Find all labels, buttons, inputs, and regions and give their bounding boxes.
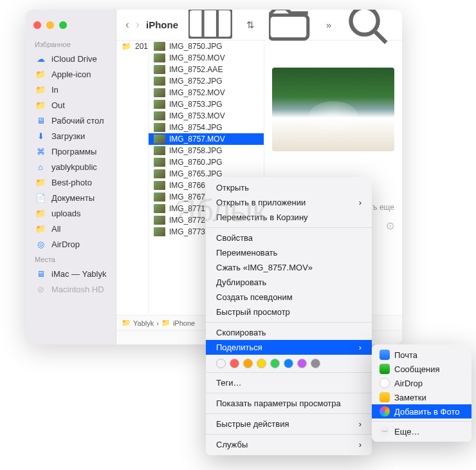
sidebar-item[interactable]: 📁 All — [26, 221, 116, 236]
tag-color[interactable] — [257, 359, 266, 368]
file-name: IMG_8753.MOV — [169, 111, 225, 120]
sidebar-item[interactable]: 🖥 Рабочий стол — [26, 113, 116, 128]
file-row[interactable]: IMG_8752.MOV — [149, 87, 264, 99]
file-row[interactable]: IMG_8752.AAE — [149, 64, 264, 75]
file-name: IMG_8752.JPG — [169, 77, 223, 86]
menu-item[interactable]: Переместить в Корзину — [206, 210, 372, 225]
close-button[interactable] — [33, 21, 41, 29]
menu-item-label: Скопировать — [216, 328, 266, 337]
path-segment[interactable]: Yablyk — [133, 319, 154, 327]
minimize-button[interactable] — [46, 21, 54, 29]
sidebar-item[interactable]: ⌂ yablykpublic — [26, 159, 116, 174]
menu-item[interactable]: Свойства — [206, 230, 372, 245]
forward-button[interactable]: › — [136, 18, 140, 32]
menu-item-label: Открыть в приложении — [216, 198, 306, 207]
menu-separator — [206, 372, 372, 373]
file-thumb-icon — [154, 53, 165, 62]
file-row[interactable]: IMG_8757.MOV — [149, 133, 264, 145]
chevron-right-icon: › — [359, 198, 362, 207]
menu-item[interactable]: Сжать «IMG_8757.MOV» — [206, 260, 372, 275]
file-name: IMG_8750.JPG — [169, 42, 223, 51]
file-row[interactable]: IMG_8758.JPG — [149, 145, 264, 156]
file-name: IMG_8752.AAE — [169, 65, 223, 74]
sidebar-section-header: Избранное — [26, 37, 116, 51]
cloud-icon: ☁︎ — [35, 53, 46, 64]
back-button[interactable]: ‹ — [125, 18, 129, 32]
file-thumb-icon — [154, 158, 165, 167]
menu-separator — [206, 434, 372, 435]
menu-item[interactable]: Открыть — [206, 180, 372, 195]
file-row[interactable]: IMG_8753.JPG — [149, 99, 264, 110]
group-icon[interactable] — [265, 10, 316, 44]
toolbar: ‹ › iPhone ⇅ » — [116, 10, 402, 41]
more-icon[interactable]: » — [322, 18, 335, 32]
menu-item[interactable]: Показать параметры просмотра — [206, 396, 372, 411]
file-row[interactable]: IMG_8750.JPG — [149, 41, 264, 52]
file-row[interactable]: IMG_8750.MOV — [149, 52, 264, 64]
menu-separator — [372, 421, 471, 422]
tag-color[interactable] — [230, 359, 239, 368]
sidebar-item[interactable]: ◎ AirDrop — [26, 236, 116, 252]
sidebar-item-label: Загрузки — [51, 131, 85, 141]
sidebar-item[interactable]: 📄 Документы — [26, 190, 116, 205]
submenu-item-label: AirDrop — [394, 379, 423, 388]
svg-rect-0 — [188, 10, 232, 39]
file-thumb-icon — [154, 65, 165, 74]
chevron-right-icon: › — [156, 319, 159, 327]
submenu-item[interactable]: Почта — [372, 348, 471, 362]
menu-item[interactable]: Создать псевдоним — [206, 290, 372, 305]
submenu-item[interactable]: AirDrop — [372, 376, 471, 390]
file-row[interactable]: IMG_8754.JPG — [149, 122, 264, 133]
submenu-item[interactable]: Заметки — [372, 390, 471, 404]
folder-icon: 📁 — [35, 68, 46, 80]
submenu-item[interactable]: Сообщения — [372, 362, 471, 376]
folder-icon: 📁 — [35, 84, 46, 95]
tag-color[interactable] — [284, 359, 293, 368]
sidebar-item[interactable]: ☁︎ iCloud Drive — [26, 51, 116, 66]
file-name: IMG_8753.JPG — [169, 100, 223, 109]
tag-color[interactable] — [297, 359, 307, 368]
sidebar-item[interactable]: 📁 Best-photo — [26, 174, 116, 190]
file-row[interactable]: IMG_8760.JPG — [149, 156, 264, 168]
sidebar-item[interactable]: 📁 In — [26, 82, 116, 97]
sidebar-item[interactable]: 📁 Apple-icon — [26, 66, 116, 82]
tag-color[interactable] — [216, 359, 226, 368]
sidebar-item[interactable]: ⬇︎ Загрузки — [26, 128, 116, 144]
sidebar-item[interactable]: ⊘ Macintosh HD — [26, 281, 116, 297]
menu-separator — [206, 413, 372, 414]
sidebar-item[interactable]: 📁 Out — [26, 97, 116, 113]
folder-icon: 📁 — [161, 319, 170, 327]
menu-item[interactable]: Быстрый просмотр — [206, 305, 372, 319]
tag-color[interactable] — [270, 359, 280, 368]
zoom-button[interactable] — [59, 21, 67, 29]
tag-color[interactable] — [311, 359, 320, 368]
folder-icon: 📁 — [35, 223, 46, 234]
sidebar-item[interactable]: ⌘ Программы — [26, 144, 116, 159]
sort-icon[interactable]: ⇅ — [243, 18, 259, 32]
sidebar-item[interactable]: 📁 uploads — [26, 205, 116, 221]
path-segment[interactable]: iPhone — [173, 319, 195, 327]
sidebar-item[interactable]: 🖥 iMac — Yablyk — [26, 266, 116, 281]
menu-item[interactable]: Службы › — [206, 437, 372, 452]
submenu-item[interactable]: ··· Еще… — [372, 424, 471, 438]
menu-item[interactable]: Теги… — [206, 375, 372, 390]
menu-item[interactable]: Быстрые действия › — [206, 417, 372, 431]
file-thumb-icon — [154, 216, 165, 225]
file-name: IMG_8758.JPG — [169, 146, 223, 155]
menu-item[interactable]: Скопировать — [206, 325, 372, 340]
view-columns-icon[interactable] — [185, 10, 236, 42]
sidebar: Избранное ☁︎ iCloud Drive 📁 Apple-icon 📁… — [26, 10, 116, 344]
menu-item[interactable]: Открыть в приложении › — [206, 195, 372, 210]
menu-item-label: Поделиться — [216, 343, 262, 352]
file-row[interactable]: IMG_8752.JPG — [149, 75, 264, 87]
submenu-item[interactable]: Добавить в Фото — [372, 404, 471, 418]
menu-item[interactable]: Дублировать — [206, 275, 372, 290]
folder-row[interactable]: 📁2019 — [116, 41, 148, 52]
tag-color[interactable] — [243, 359, 253, 368]
file-row[interactable]: IMG_8753.MOV — [149, 110, 264, 122]
file-name: IMG_8757.MOV — [169, 135, 225, 144]
file-thumb-icon — [154, 100, 165, 109]
note-icon — [380, 392, 390, 402]
menu-item[interactable]: Поделиться › — [206, 340, 372, 355]
menu-item[interactable]: Переименовать — [206, 245, 372, 260]
